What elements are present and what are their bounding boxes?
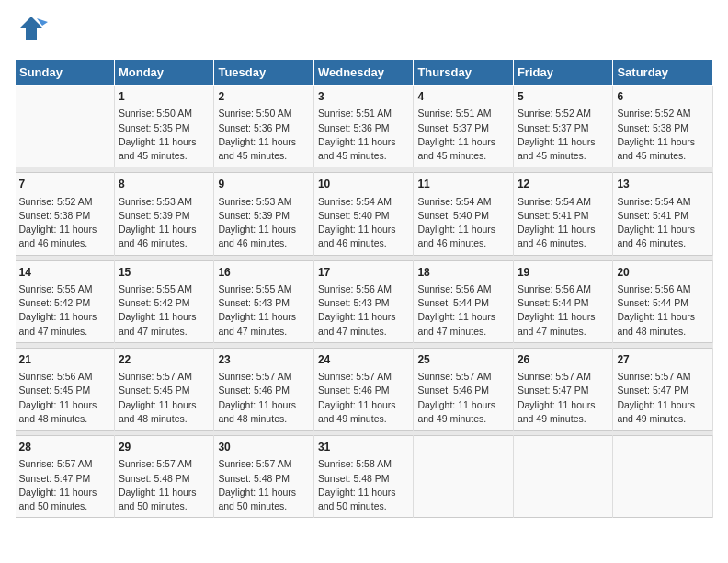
day-info: Sunrise: 5:54 AM Sunset: 5:40 PM Dayligh…	[417, 195, 509, 251]
logo	[15, 15, 51, 48]
day-number: 17	[318, 265, 410, 281]
page-header	[15, 15, 713, 48]
calendar-cell: 15Sunrise: 5:55 AM Sunset: 5:42 PM Dayli…	[114, 260, 214, 342]
calendar-cell: 18Sunrise: 5:56 AM Sunset: 5:44 PM Dayli…	[414, 260, 514, 342]
day-number: 8	[119, 177, 210, 192]
day-info: Sunrise: 5:57 AM Sunset: 5:47 PM Dayligh…	[518, 370, 609, 426]
calendar-day-header: Friday	[513, 60, 613, 86]
day-info: Sunrise: 5:56 AM Sunset: 5:43 PM Dayligh…	[318, 282, 410, 339]
day-info: Sunrise: 5:57 AM Sunset: 5:48 PM Dayligh…	[218, 457, 310, 513]
calendar-cell: 12Sunrise: 5:54 AM Sunset: 5:41 PM Dayli…	[513, 173, 613, 255]
day-info: Sunrise: 5:50 AM Sunset: 5:36 PM Dayligh…	[218, 107, 310, 163]
calendar-cell: 22Sunrise: 5:57 AM Sunset: 5:45 PM Dayli…	[114, 348, 214, 430]
day-info: Sunrise: 5:52 AM Sunset: 5:38 PM Dayligh…	[19, 195, 110, 251]
day-number: 10	[318, 177, 410, 192]
day-number: 19	[518, 265, 609, 281]
day-info: Sunrise: 5:54 AM Sunset: 5:40 PM Dayligh…	[318, 195, 410, 251]
day-number: 5	[518, 89, 609, 105]
day-info: Sunrise: 5:51 AM Sunset: 5:37 PM Dayligh…	[417, 107, 509, 163]
day-number: 28	[19, 440, 110, 455]
day-info: Sunrise: 5:57 AM Sunset: 5:47 PM Dayligh…	[19, 457, 110, 513]
day-info: Sunrise: 5:57 AM Sunset: 5:45 PM Dayligh…	[119, 370, 210, 426]
calendar-cell: 19Sunrise: 5:56 AM Sunset: 5:44 PM Dayli…	[513, 260, 613, 342]
calendar-day-header: Tuesday	[214, 60, 314, 86]
calendar-cell: 26Sunrise: 5:57 AM Sunset: 5:47 PM Dayli…	[513, 348, 613, 430]
calendar-cell: 29Sunrise: 5:57 AM Sunset: 5:48 PM Dayli…	[114, 436, 214, 518]
calendar-cell: 1Sunrise: 5:50 AM Sunset: 5:35 PM Daylig…	[114, 86, 214, 167]
calendar-cell	[513, 436, 613, 518]
calendar-cell: 2Sunrise: 5:50 AM Sunset: 5:36 PM Daylig…	[214, 86, 314, 167]
calendar-cell: 9Sunrise: 5:53 AM Sunset: 5:39 PM Daylig…	[214, 173, 314, 255]
day-number: 13	[617, 177, 709, 192]
day-number: 14	[19, 265, 110, 281]
day-info: Sunrise: 5:53 AM Sunset: 5:39 PM Dayligh…	[218, 195, 310, 251]
day-info: Sunrise: 5:53 AM Sunset: 5:39 PM Dayligh…	[119, 195, 210, 251]
calendar-cell: 28Sunrise: 5:57 AM Sunset: 5:47 PM Dayli…	[16, 436, 115, 518]
calendar-day-header: Saturday	[613, 60, 713, 86]
day-number: 16	[218, 265, 310, 281]
calendar-table: SundayMondayTuesdayWednesdayThursdayFrid…	[15, 59, 713, 518]
logo-icon	[15, 15, 48, 48]
calendar-cell: 11Sunrise: 5:54 AM Sunset: 5:40 PM Dayli…	[414, 173, 514, 255]
day-number: 4	[417, 89, 509, 105]
day-number: 9	[218, 177, 310, 192]
day-number: 30	[218, 440, 310, 455]
calendar-day-header: Monday	[114, 60, 214, 86]
day-info: Sunrise: 5:55 AM Sunset: 5:42 PM Dayligh…	[119, 282, 210, 339]
calendar-cell	[414, 436, 514, 518]
day-info: Sunrise: 5:58 AM Sunset: 5:48 PM Dayligh…	[318, 457, 410, 513]
calendar-cell: 14Sunrise: 5:55 AM Sunset: 5:42 PM Dayli…	[16, 260, 115, 342]
day-number: 15	[119, 265, 210, 281]
day-number: 7	[19, 177, 110, 192]
calendar-day-header: Wednesday	[313, 60, 414, 86]
day-info: Sunrise: 5:56 AM Sunset: 5:44 PM Dayligh…	[518, 282, 609, 339]
calendar-cell: 5Sunrise: 5:52 AM Sunset: 5:37 PM Daylig…	[513, 86, 613, 167]
calendar-cell: 8Sunrise: 5:53 AM Sunset: 5:39 PM Daylig…	[114, 173, 214, 255]
day-info: Sunrise: 5:57 AM Sunset: 5:46 PM Dayligh…	[218, 370, 310, 426]
day-number: 1	[119, 89, 210, 105]
calendar-week-row: 14Sunrise: 5:55 AM Sunset: 5:42 PM Dayli…	[16, 260, 713, 342]
calendar-week-row: 7Sunrise: 5:52 AM Sunset: 5:38 PM Daylig…	[16, 173, 713, 255]
calendar-cell: 16Sunrise: 5:55 AM Sunset: 5:43 PM Dayli…	[214, 260, 314, 342]
day-info: Sunrise: 5:57 AM Sunset: 5:46 PM Dayligh…	[318, 370, 410, 426]
day-number: 21	[19, 352, 110, 368]
calendar-cell: 7Sunrise: 5:52 AM Sunset: 5:38 PM Daylig…	[16, 173, 115, 255]
calendar-cell: 27Sunrise: 5:57 AM Sunset: 5:47 PM Dayli…	[613, 348, 713, 430]
day-info: Sunrise: 5:56 AM Sunset: 5:44 PM Dayligh…	[417, 282, 509, 339]
day-info: Sunrise: 5:50 AM Sunset: 5:35 PM Dayligh…	[119, 107, 210, 163]
day-number: 29	[119, 440, 210, 455]
day-number: 27	[617, 352, 709, 368]
calendar-week-row: 1Sunrise: 5:50 AM Sunset: 5:35 PM Daylig…	[16, 86, 713, 167]
calendar-cell: 17Sunrise: 5:56 AM Sunset: 5:43 PM Dayli…	[313, 260, 414, 342]
calendar-day-header: Sunday	[16, 60, 115, 86]
calendar-header-row: SundayMondayTuesdayWednesdayThursdayFrid…	[16, 60, 713, 86]
day-info: Sunrise: 5:52 AM Sunset: 5:38 PM Dayligh…	[617, 107, 709, 163]
calendar-cell: 6Sunrise: 5:52 AM Sunset: 5:38 PM Daylig…	[613, 86, 713, 167]
day-info: Sunrise: 5:55 AM Sunset: 5:43 PM Dayligh…	[218, 282, 310, 339]
day-info: Sunrise: 5:54 AM Sunset: 5:41 PM Dayligh…	[617, 195, 709, 251]
calendar-cell: 25Sunrise: 5:57 AM Sunset: 5:46 PM Dayli…	[414, 348, 514, 430]
calendar-week-row: 28Sunrise: 5:57 AM Sunset: 5:47 PM Dayli…	[16, 436, 713, 518]
calendar-cell: 20Sunrise: 5:56 AM Sunset: 5:44 PM Dayli…	[613, 260, 713, 342]
day-number: 25	[417, 352, 509, 368]
calendar-week-row: 21Sunrise: 5:56 AM Sunset: 5:45 PM Dayli…	[16, 348, 713, 430]
day-info: Sunrise: 5:51 AM Sunset: 5:36 PM Dayligh…	[318, 107, 410, 163]
day-info: Sunrise: 5:56 AM Sunset: 5:44 PM Dayligh…	[617, 282, 709, 339]
calendar-cell: 4Sunrise: 5:51 AM Sunset: 5:37 PM Daylig…	[414, 86, 514, 167]
day-number: 3	[318, 89, 410, 105]
calendar-cell: 30Sunrise: 5:57 AM Sunset: 5:48 PM Dayli…	[214, 436, 314, 518]
calendar-cell	[613, 436, 713, 518]
calendar-cell: 3Sunrise: 5:51 AM Sunset: 5:36 PM Daylig…	[313, 86, 414, 167]
calendar-cell	[16, 86, 115, 167]
day-number: 18	[417, 265, 509, 281]
calendar-cell: 21Sunrise: 5:56 AM Sunset: 5:45 PM Dayli…	[16, 348, 115, 430]
day-number: 22	[119, 352, 210, 368]
day-number: 12	[518, 177, 609, 192]
day-number: 23	[218, 352, 310, 368]
day-info: Sunrise: 5:54 AM Sunset: 5:41 PM Dayligh…	[518, 195, 609, 251]
day-number: 20	[617, 265, 709, 281]
day-number: 2	[218, 89, 310, 105]
day-info: Sunrise: 5:57 AM Sunset: 5:46 PM Dayligh…	[417, 370, 509, 426]
day-info: Sunrise: 5:57 AM Sunset: 5:48 PM Dayligh…	[119, 457, 210, 513]
day-info: Sunrise: 5:57 AM Sunset: 5:47 PM Dayligh…	[617, 370, 709, 426]
